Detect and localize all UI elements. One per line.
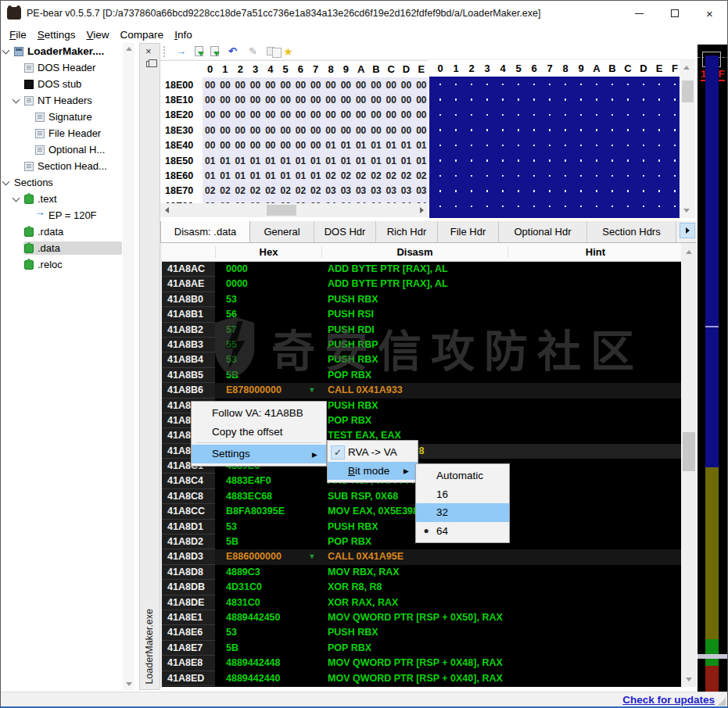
- tab-rich-hdr[interactable]: Rich Hdr: [376, 221, 438, 242]
- scroll-up-icon[interactable]: [123, 43, 134, 55]
- hex-byte[interactable]: 00: [217, 80, 232, 91]
- load-file-icon[interactable]: [195, 46, 203, 56]
- hex-byte[interactable]: 00: [293, 140, 308, 151]
- hex-byte[interactable]: 00: [248, 80, 263, 91]
- hex-byte[interactable]: 00: [308, 80, 323, 91]
- hex-byte[interactable]: 02: [293, 185, 308, 196]
- disasm-row[interactable]: 41A8B257PUSH RDI: [162, 323, 683, 338]
- hex-byte[interactable]: 00: [263, 140, 278, 151]
- scroll-up-icon[interactable]: [683, 246, 694, 258]
- scroll-left-icon[interactable]: [161, 205, 172, 216]
- hex-byte[interactable]: 00: [384, 125, 399, 136]
- tree-item-section-reloc[interactable]: .reloc: [2, 256, 122, 273]
- tree-item-section-text[interactable]: .text: [2, 191, 122, 207]
- hex-byte[interactable]: 00: [353, 109, 368, 120]
- hex-byte[interactable]: 01: [203, 170, 217, 181]
- hex-byte[interactable]: 00: [293, 80, 308, 91]
- menu-item-rva-va[interactable]: ✓RVA -> VA: [328, 443, 418, 462]
- menubar-info[interactable]: Info: [170, 27, 199, 42]
- scroll-down-icon[interactable]: [123, 678, 134, 690]
- hex-byte[interactable]: 00: [233, 140, 248, 151]
- hex-byte[interactable]: 00: [278, 109, 292, 120]
- save-file-icon[interactable]: [210, 46, 219, 56]
- hex-byte[interactable]: 00: [293, 95, 308, 105]
- disasm-vertical-scrollbar[interactable]: [681, 243, 697, 687]
- hex-byte[interactable]: 02: [217, 185, 232, 196]
- hex-byte[interactable]: 01: [414, 140, 428, 151]
- hex-byte[interactable]: 01: [217, 170, 232, 181]
- hex-byte[interactable]: 03: [414, 185, 428, 196]
- hex-byte[interactable]: 01: [233, 156, 248, 166]
- hex-byte[interactable]: 01: [399, 140, 414, 151]
- hex-byte[interactable]: 00: [323, 95, 338, 105]
- disasm-row[interactable]: 41A8B053PUSH RBX: [162, 292, 683, 307]
- menubar-settings[interactable]: Settings: [34, 27, 83, 42]
- scrollbar-thumb[interactable]: [683, 432, 695, 471]
- disasm-row[interactable]: 41A8B156PUSH RSI: [162, 307, 683, 322]
- disasm-row[interactable]: 41A8AC0000ADD BYTE PTR [RAX], AL: [162, 262, 683, 277]
- hex-byte[interactable]: 01: [203, 156, 217, 166]
- disasm-row[interactable]: 41A8ED4889442440MOV QWORD PTR [RSP + 0X4…: [162, 671, 683, 686]
- hex-byte[interactable]: 00: [248, 125, 263, 136]
- hex-byte[interactable]: 00: [323, 125, 338, 136]
- hex-byte[interactable]: 00: [278, 80, 292, 91]
- copy-icon[interactable]: [267, 47, 274, 55]
- disasm-row[interactable]: 41A8DE4831C0XOR RAX, RAX: [162, 595, 683, 610]
- hex-byte[interactable]: 03: [368, 185, 383, 196]
- maximize-button[interactable]: [657, 1, 692, 26]
- hex-byte[interactable]: 00: [203, 125, 217, 136]
- hex-byte[interactable]: 00: [414, 125, 428, 136]
- hex-byte[interactable]: 02: [323, 170, 338, 181]
- hex-byte[interactable]: 02: [278, 185, 292, 196]
- tab-general[interactable]: General: [250, 221, 314, 242]
- hex-row[interactable]: 18E6001010101010101010202020202020202: [160, 168, 428, 183]
- tree-item-signature[interactable]: Signature: [2, 109, 122, 125]
- file-map-segment[interactable]: [705, 659, 719, 666]
- hex-byte[interactable]: 00: [293, 125, 308, 136]
- scroll-up-icon[interactable]: [680, 62, 692, 73]
- menubar-compare[interactable]: Compare: [117, 27, 171, 42]
- scroll-right-icon[interactable]: [416, 205, 427, 216]
- hex-byte[interactable]: 02: [248, 185, 263, 196]
- disasm-row[interactable]: 41A8D3E886000000▼CALL 0X41A95E: [162, 549, 683, 564]
- file-map-segment[interactable]: [705, 467, 719, 639]
- hex-byte[interactable]: 01: [368, 156, 383, 166]
- byte-preview-panel[interactable]: 0123456789ABCDEF: [429, 60, 680, 218]
- hex-byte[interactable]: 01: [308, 156, 323, 166]
- hex-byte[interactable]: 00: [353, 125, 368, 136]
- file-map-segment[interactable]: [705, 639, 719, 654]
- chevron-down-icon[interactable]: [2, 177, 10, 185]
- hex-byte[interactable]: 00: [217, 109, 232, 120]
- header-hint[interactable]: Hint: [507, 246, 683, 258]
- bookmark-star-icon[interactable]: ★: [282, 45, 295, 58]
- hex-byte[interactable]: 00: [399, 125, 414, 136]
- hex-row[interactable]: 18E1000000000000000000000000000000000: [160, 92, 428, 107]
- tree-item-nt-headers[interactable]: NT Headers: [2, 92, 122, 109]
- chevron-down-icon[interactable]: [13, 194, 20, 202]
- hex-byte[interactable]: 00: [339, 95, 353, 105]
- hex-row[interactable]: 18E5001010101010101010101010101010101: [160, 153, 428, 168]
- hex-byte[interactable]: 00: [339, 80, 353, 91]
- menu-item-follow-va-41a8bb[interactable]: Follow VA: 41A8BB: [192, 404, 326, 423]
- hex-byte[interactable]: 01: [353, 140, 368, 151]
- hex-byte[interactable]: 02: [414, 170, 428, 181]
- disasm-row[interactable]: 41A8E84889442448MOV QWORD PTR [RSP + 0X4…: [162, 656, 683, 670]
- hex-byte[interactable]: 02: [203, 185, 217, 196]
- file-map-segment[interactable]: [705, 666, 719, 695]
- hex-byte[interactable]: 00: [308, 109, 323, 120]
- hex-byte[interactable]: 01: [414, 156, 428, 166]
- preview-vertical-scrollbar[interactable]: [680, 60, 695, 218]
- hex-byte[interactable]: 01: [323, 156, 338, 166]
- hex-byte[interactable]: 00: [368, 125, 383, 136]
- follow-arrow-icon[interactable]: →: [174, 45, 188, 58]
- menu-item-32[interactable]: 32: [416, 503, 509, 522]
- file-map-segment[interactable]: [705, 55, 719, 467]
- disasm-row[interactable]: 41A8DB4D31C0XOR R8, R8: [162, 580, 683, 595]
- hex-byte[interactable]: 00: [293, 109, 308, 120]
- hex-byte[interactable]: 00: [217, 125, 232, 136]
- menubar-file[interactable]: File: [5, 27, 34, 42]
- hex-byte[interactable]: 00: [248, 95, 263, 105]
- hex-byte[interactable]: 01: [293, 170, 308, 181]
- hex-byte[interactable]: 00: [217, 140, 232, 151]
- hex-byte[interactable]: 01: [323, 140, 338, 151]
